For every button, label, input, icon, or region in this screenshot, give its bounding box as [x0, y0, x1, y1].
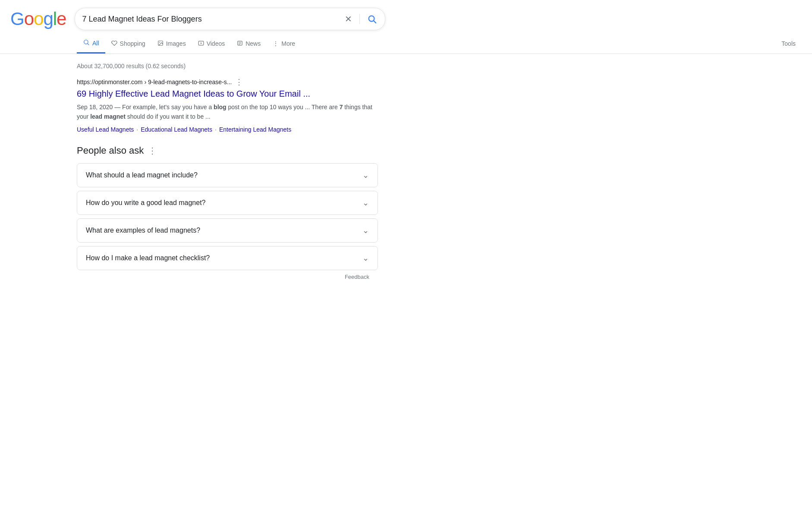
paa-question-2[interactable]: How do you write a good lead magnet? ⌄: [77, 191, 378, 215]
paa-item-3: What are examples of lead magnets? ⌄: [77, 218, 378, 243]
tab-news[interactable]: News: [231, 35, 267, 53]
svg-line-3: [88, 44, 89, 45]
tools-button[interactable]: Tools: [775, 35, 802, 52]
result-snippet: Sep 18, 2020 — For example, let's say yo…: [77, 102, 378, 122]
search-result-1: https://optinmonster.com › 9-lead-magnet…: [77, 78, 378, 133]
logo-o2: o: [34, 9, 43, 29]
paa-question-text-4: How do I make a lead magnet checklist?: [86, 254, 210, 262]
svg-point-5: [159, 42, 160, 43]
result-url-row: https://optinmonster.com › 9-lead-magnet…: [77, 78, 378, 86]
header: Google ✕: [0, 0, 812, 30]
nav-tabs: All Shopping Images Videos: [0, 30, 812, 54]
people-also-ask-section: People also ask ⋮ What should a lead mag…: [77, 145, 378, 280]
svg-line-1: [374, 21, 376, 23]
tab-videos-label: Videos: [207, 40, 225, 47]
result-sitelinks: Useful Lead Magnets · Educational Lead M…: [77, 126, 378, 133]
paa-item-2: How do you write a good lead magnet? ⌄: [77, 191, 378, 215]
results-stats: About 32,700,000 results (0.62 seconds): [77, 63, 378, 69]
paa-header: People also ask ⋮: [77, 145, 378, 156]
tab-all[interactable]: All: [77, 34, 105, 54]
paa-question-3[interactable]: What are examples of lead magnets? ⌄: [77, 219, 378, 242]
sitelink-useful[interactable]: Useful Lead Magnets: [77, 126, 134, 133]
snippet-text4: should do if you want it to be ...: [126, 113, 211, 120]
logo-e: e: [57, 9, 66, 29]
paa-item-4: How do I make a lead magnet checklist? ⌄: [77, 246, 378, 270]
result-url: https://optinmonster.com › 9-lead-magnet…: [77, 79, 232, 85]
search-bar: ✕: [75, 8, 385, 30]
google-logo[interactable]: Google: [10, 9, 66, 29]
result-options-icon[interactable]: ⋮: [235, 78, 243, 86]
logo-o1: o: [24, 9, 34, 29]
paa-title: People also ask: [77, 145, 144, 156]
search-divider: [359, 14, 360, 24]
snippet-bold-lead-magnet: lead magnet: [90, 113, 126, 120]
paa-question-1[interactable]: What should a lead magnet include? ⌄: [77, 164, 378, 187]
tab-all-label: All: [92, 40, 99, 47]
paa-options-icon[interactable]: ⋮: [148, 145, 157, 156]
sitelink-entertaining[interactable]: Entertaining Lead Magnets: [219, 126, 291, 133]
paa-chevron-4: ⌄: [362, 253, 369, 263]
logo-g: G: [10, 9, 24, 29]
videos-icon: [198, 40, 204, 47]
tab-videos[interactable]: Videos: [192, 35, 231, 53]
result-title[interactable]: 69 Highly Effective Lead Magnet Ideas to…: [77, 88, 378, 100]
news-icon: [237, 40, 243, 47]
images-icon: [157, 40, 164, 47]
tab-more[interactable]: ⋮ More: [267, 35, 301, 52]
paa-question-text-2: How do you write a good lead magnet?: [86, 199, 206, 207]
link-separator-2: ·: [215, 126, 217, 133]
snippet-text2: post on the top 10 ways you ... There ar…: [227, 104, 340, 110]
tab-images-label: Images: [166, 40, 186, 47]
paa-chevron-2: ⌄: [362, 198, 369, 208]
paa-chevron-3: ⌄: [362, 226, 369, 235]
logo-g2: g: [43, 9, 53, 29]
tab-more-label: More: [281, 40, 295, 47]
more-icon: ⋮: [273, 40, 279, 47]
snippet-text1: — For example, let's say you have a: [114, 104, 214, 110]
link-separator-1: ·: [136, 126, 138, 133]
snippet-bold-blog: blog: [214, 104, 227, 110]
tab-shopping[interactable]: Shopping: [105, 35, 151, 53]
snippet-date: Sep 18, 2020: [77, 104, 114, 110]
clear-icon[interactable]: ✕: [343, 14, 353, 24]
search-bar-wrap: ✕: [75, 8, 385, 30]
sitelink-educational[interactable]: Educational Lead Magnets: [141, 126, 212, 133]
tab-shopping-label: Shopping: [120, 40, 145, 47]
search-button[interactable]: [366, 13, 378, 25]
main-content: About 32,700,000 results (0.62 seconds) …: [0, 54, 388, 297]
shopping-icon: [111, 40, 117, 47]
paa-item-1: What should a lead magnet include? ⌄: [77, 163, 378, 187]
feedback-label[interactable]: Feedback: [77, 274, 378, 280]
paa-question-text-3: What are examples of lead magnets?: [86, 227, 200, 234]
paa-question-4[interactable]: How do I make a lead magnet checklist? ⌄: [77, 246, 378, 270]
search-input[interactable]: [82, 15, 339, 24]
all-icon: [83, 39, 90, 47]
paa-question-text-1: What should a lead magnet include?: [86, 171, 198, 179]
paa-chevron-1: ⌄: [362, 170, 369, 180]
tab-news-label: News: [245, 40, 261, 47]
tab-images[interactable]: Images: [151, 35, 192, 53]
logo-l: l: [53, 9, 57, 29]
svg-marker-7: [200, 42, 202, 44]
